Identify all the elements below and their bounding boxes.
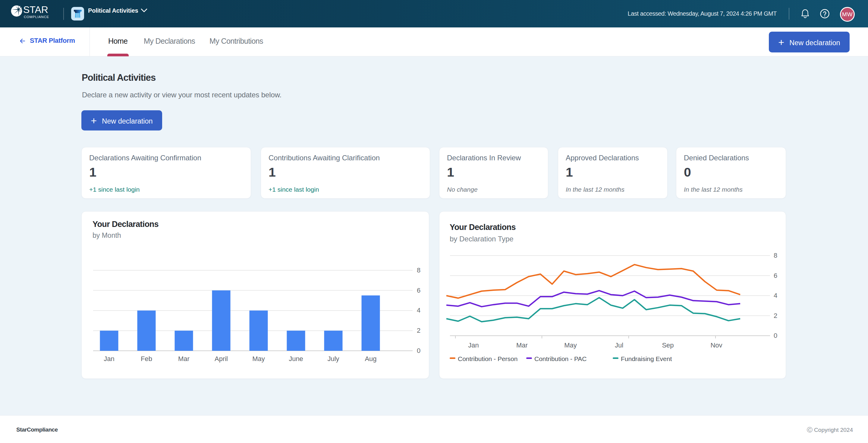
svg-text:Feb: Feb bbox=[141, 355, 152, 362]
svg-text:Mar: Mar bbox=[516, 342, 528, 349]
svg-text:4: 4 bbox=[774, 292, 777, 299]
svg-text:May: May bbox=[564, 342, 577, 349]
svg-text:8: 8 bbox=[417, 266, 421, 274]
svg-text:April: April bbox=[215, 355, 228, 362]
svg-text:0: 0 bbox=[417, 347, 421, 354]
svg-text:6: 6 bbox=[417, 287, 421, 294]
svg-text:6: 6 bbox=[774, 272, 777, 279]
svg-text:4: 4 bbox=[417, 307, 421, 314]
svg-text:Sep: Sep bbox=[662, 342, 674, 349]
svg-text:Jan: Jan bbox=[104, 355, 114, 362]
svg-text:Contribution - PAC: Contribution - PAC bbox=[534, 355, 587, 362]
svg-text:Nov: Nov bbox=[710, 342, 722, 349]
svg-text:Contribution - Person: Contribution - Person bbox=[458, 355, 518, 362]
svg-text:Fundraising Event: Fundraising Event bbox=[621, 355, 672, 362]
svg-text:2: 2 bbox=[774, 312, 777, 319]
svg-text:Jul: Jul bbox=[615, 342, 623, 349]
svg-text:Mar: Mar bbox=[178, 355, 190, 362]
svg-text:May: May bbox=[252, 355, 265, 362]
svg-text:July: July bbox=[327, 355, 339, 362]
svg-text:June: June bbox=[289, 355, 303, 362]
svg-text:8: 8 bbox=[774, 252, 777, 259]
svg-text:Jan: Jan bbox=[468, 342, 478, 349]
svg-text:0: 0 bbox=[774, 332, 777, 339]
svg-text:2: 2 bbox=[417, 327, 421, 334]
svg-text:Aug: Aug bbox=[365, 355, 376, 362]
